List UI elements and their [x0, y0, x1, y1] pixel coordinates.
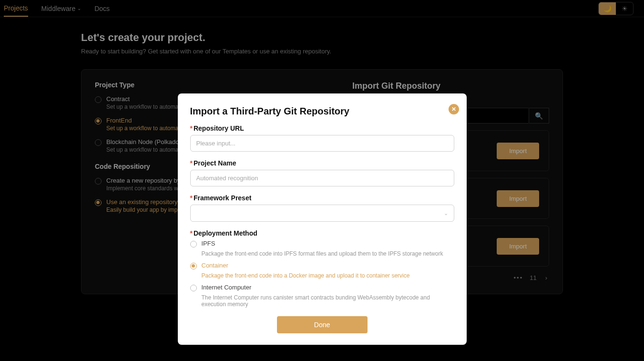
done-button[interactable]: Done	[277, 316, 368, 333]
repo-url-input[interactable]	[190, 135, 454, 152]
modal-title: Import a Third-Party Git Repository	[190, 106, 454, 117]
project-name-input[interactable]	[190, 170, 454, 186]
radio-desc: The Internet Computer runs canister smar…	[202, 294, 454, 308]
required-icon: *	[190, 229, 193, 237]
radio-icon	[190, 285, 197, 291]
repo-url-label: * Repository URL	[190, 124, 454, 132]
radio-icon	[190, 263, 197, 269]
required-icon: *	[190, 194, 193, 202]
radio-desc: Package the front-end code into a Docker…	[202, 272, 454, 279]
radio-label: IPFS	[202, 240, 215, 247]
deploy-ic[interactable]: Internet Computer	[190, 284, 454, 291]
framework-label: * Framework Preset	[190, 194, 454, 202]
framework-select[interactable]: ⌄	[190, 205, 454, 222]
close-button[interactable]: ✕	[449, 104, 459, 114]
required-icon: *	[190, 159, 193, 167]
deploy-method-label: * Deployment Method	[190, 229, 454, 237]
project-name-label: * Project Name	[190, 159, 454, 167]
radio-icon	[190, 241, 197, 248]
modal-overlay: ✕ Import a Third-Party Git Repository * …	[0, 0, 644, 361]
required-icon: *	[190, 124, 193, 132]
chevron-down-icon: ⌄	[444, 210, 448, 217]
deploy-container[interactable]: Container	[190, 262, 454, 269]
radio-label: Container	[202, 262, 228, 269]
import-repo-modal: ✕ Import a Third-Party Git Repository * …	[178, 93, 467, 345]
deploy-ipfs[interactable]: IPFS	[190, 240, 454, 248]
radio-label: Internet Computer	[202, 284, 252, 291]
close-icon: ✕	[451, 106, 456, 113]
radio-desc: Package the front-end code into IPFS for…	[202, 250, 454, 257]
